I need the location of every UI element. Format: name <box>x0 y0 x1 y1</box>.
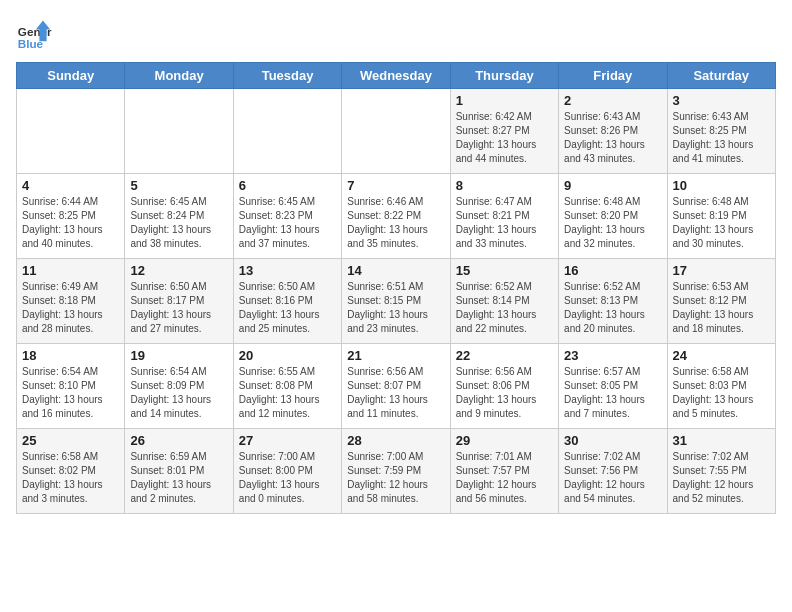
day-info: Sunrise: 6:43 AM Sunset: 8:25 PM Dayligh… <box>673 110 770 166</box>
day-number: 11 <box>22 263 119 278</box>
calendar-cell: 1Sunrise: 6:42 AM Sunset: 8:27 PM Daylig… <box>450 89 558 174</box>
week-row-1: 4Sunrise: 6:44 AM Sunset: 8:25 PM Daylig… <box>17 174 776 259</box>
calendar-cell: 7Sunrise: 6:46 AM Sunset: 8:22 PM Daylig… <box>342 174 450 259</box>
day-info: Sunrise: 6:52 AM Sunset: 8:13 PM Dayligh… <box>564 280 661 336</box>
weekday-row: SundayMondayTuesdayWednesdayThursdayFrid… <box>17 63 776 89</box>
day-number: 17 <box>673 263 770 278</box>
day-info: Sunrise: 6:45 AM Sunset: 8:24 PM Dayligh… <box>130 195 227 251</box>
weekday-header-monday: Monday <box>125 63 233 89</box>
calendar-cell: 24Sunrise: 6:58 AM Sunset: 8:03 PM Dayli… <box>667 344 775 429</box>
week-row-2: 11Sunrise: 6:49 AM Sunset: 8:18 PM Dayli… <box>17 259 776 344</box>
day-number: 28 <box>347 433 444 448</box>
day-number: 30 <box>564 433 661 448</box>
calendar-cell: 29Sunrise: 7:01 AM Sunset: 7:57 PM Dayli… <box>450 429 558 514</box>
day-info: Sunrise: 7:02 AM Sunset: 7:55 PM Dayligh… <box>673 450 770 506</box>
calendar-table: SundayMondayTuesdayWednesdayThursdayFrid… <box>16 62 776 514</box>
calendar-cell: 31Sunrise: 7:02 AM Sunset: 7:55 PM Dayli… <box>667 429 775 514</box>
calendar-cell: 18Sunrise: 6:54 AM Sunset: 8:10 PM Dayli… <box>17 344 125 429</box>
calendar-cell: 19Sunrise: 6:54 AM Sunset: 8:09 PM Dayli… <box>125 344 233 429</box>
day-number: 9 <box>564 178 661 193</box>
day-info: Sunrise: 6:57 AM Sunset: 8:05 PM Dayligh… <box>564 365 661 421</box>
calendar-cell: 23Sunrise: 6:57 AM Sunset: 8:05 PM Dayli… <box>559 344 667 429</box>
day-info: Sunrise: 6:53 AM Sunset: 8:12 PM Dayligh… <box>673 280 770 336</box>
day-number: 12 <box>130 263 227 278</box>
calendar-cell <box>342 89 450 174</box>
calendar-cell <box>233 89 341 174</box>
day-number: 26 <box>130 433 227 448</box>
calendar-cell: 28Sunrise: 7:00 AM Sunset: 7:59 PM Dayli… <box>342 429 450 514</box>
day-number: 4 <box>22 178 119 193</box>
calendar-cell: 17Sunrise: 6:53 AM Sunset: 8:12 PM Dayli… <box>667 259 775 344</box>
day-number: 16 <box>564 263 661 278</box>
calendar-cell: 12Sunrise: 6:50 AM Sunset: 8:17 PM Dayli… <box>125 259 233 344</box>
day-number: 1 <box>456 93 553 108</box>
calendar-cell: 26Sunrise: 6:59 AM Sunset: 8:01 PM Dayli… <box>125 429 233 514</box>
day-info: Sunrise: 6:42 AM Sunset: 8:27 PM Dayligh… <box>456 110 553 166</box>
day-number: 24 <box>673 348 770 363</box>
calendar-cell: 6Sunrise: 6:45 AM Sunset: 8:23 PM Daylig… <box>233 174 341 259</box>
calendar-cell: 14Sunrise: 6:51 AM Sunset: 8:15 PM Dayli… <box>342 259 450 344</box>
day-info: Sunrise: 6:46 AM Sunset: 8:22 PM Dayligh… <box>347 195 444 251</box>
day-number: 23 <box>564 348 661 363</box>
calendar-cell: 13Sunrise: 6:50 AM Sunset: 8:16 PM Dayli… <box>233 259 341 344</box>
calendar-cell: 10Sunrise: 6:48 AM Sunset: 8:19 PM Dayli… <box>667 174 775 259</box>
calendar-body: 1Sunrise: 6:42 AM Sunset: 8:27 PM Daylig… <box>17 89 776 514</box>
calendar-cell: 22Sunrise: 6:56 AM Sunset: 8:06 PM Dayli… <box>450 344 558 429</box>
calendar-cell: 3Sunrise: 6:43 AM Sunset: 8:25 PM Daylig… <box>667 89 775 174</box>
day-info: Sunrise: 7:02 AM Sunset: 7:56 PM Dayligh… <box>564 450 661 506</box>
calendar-header: SundayMondayTuesdayWednesdayThursdayFrid… <box>17 63 776 89</box>
day-info: Sunrise: 6:48 AM Sunset: 8:19 PM Dayligh… <box>673 195 770 251</box>
calendar-cell: 5Sunrise: 6:45 AM Sunset: 8:24 PM Daylig… <box>125 174 233 259</box>
weekday-header-saturday: Saturday <box>667 63 775 89</box>
day-info: Sunrise: 7:00 AM Sunset: 7:59 PM Dayligh… <box>347 450 444 506</box>
logo: General Blue <box>16 16 56 52</box>
calendar-cell: 11Sunrise: 6:49 AM Sunset: 8:18 PM Dayli… <box>17 259 125 344</box>
weekday-header-tuesday: Tuesday <box>233 63 341 89</box>
weekday-header-thursday: Thursday <box>450 63 558 89</box>
weekday-header-wednesday: Wednesday <box>342 63 450 89</box>
day-info: Sunrise: 6:54 AM Sunset: 8:09 PM Dayligh… <box>130 365 227 421</box>
day-info: Sunrise: 6:59 AM Sunset: 8:01 PM Dayligh… <box>130 450 227 506</box>
weekday-header-friday: Friday <box>559 63 667 89</box>
calendar-cell: 20Sunrise: 6:55 AM Sunset: 8:08 PM Dayli… <box>233 344 341 429</box>
calendar-cell <box>125 89 233 174</box>
day-number: 19 <box>130 348 227 363</box>
day-info: Sunrise: 6:56 AM Sunset: 8:06 PM Dayligh… <box>456 365 553 421</box>
day-number: 3 <box>673 93 770 108</box>
day-info: Sunrise: 6:47 AM Sunset: 8:21 PM Dayligh… <box>456 195 553 251</box>
calendar-cell: 30Sunrise: 7:02 AM Sunset: 7:56 PM Dayli… <box>559 429 667 514</box>
day-info: Sunrise: 6:58 AM Sunset: 8:02 PM Dayligh… <box>22 450 119 506</box>
day-number: 18 <box>22 348 119 363</box>
day-number: 7 <box>347 178 444 193</box>
calendar-cell <box>17 89 125 174</box>
day-number: 13 <box>239 263 336 278</box>
calendar-cell: 16Sunrise: 6:52 AM Sunset: 8:13 PM Dayli… <box>559 259 667 344</box>
day-info: Sunrise: 6:52 AM Sunset: 8:14 PM Dayligh… <box>456 280 553 336</box>
day-number: 5 <box>130 178 227 193</box>
day-number: 29 <box>456 433 553 448</box>
day-number: 8 <box>456 178 553 193</box>
week-row-4: 25Sunrise: 6:58 AM Sunset: 8:02 PM Dayli… <box>17 429 776 514</box>
logo-icon: General Blue <box>16 16 52 52</box>
day-number: 20 <box>239 348 336 363</box>
calendar-cell: 21Sunrise: 6:56 AM Sunset: 8:07 PM Dayli… <box>342 344 450 429</box>
calendar-cell: 9Sunrise: 6:48 AM Sunset: 8:20 PM Daylig… <box>559 174 667 259</box>
calendar-cell: 15Sunrise: 6:52 AM Sunset: 8:14 PM Dayli… <box>450 259 558 344</box>
day-info: Sunrise: 6:43 AM Sunset: 8:26 PM Dayligh… <box>564 110 661 166</box>
calendar-cell: 8Sunrise: 6:47 AM Sunset: 8:21 PM Daylig… <box>450 174 558 259</box>
day-info: Sunrise: 6:51 AM Sunset: 8:15 PM Dayligh… <box>347 280 444 336</box>
day-info: Sunrise: 6:55 AM Sunset: 8:08 PM Dayligh… <box>239 365 336 421</box>
day-number: 27 <box>239 433 336 448</box>
day-info: Sunrise: 7:00 AM Sunset: 8:00 PM Dayligh… <box>239 450 336 506</box>
day-info: Sunrise: 6:50 AM Sunset: 8:16 PM Dayligh… <box>239 280 336 336</box>
day-info: Sunrise: 6:50 AM Sunset: 8:17 PM Dayligh… <box>130 280 227 336</box>
day-number: 2 <box>564 93 661 108</box>
day-number: 10 <box>673 178 770 193</box>
day-number: 25 <box>22 433 119 448</box>
week-row-0: 1Sunrise: 6:42 AM Sunset: 8:27 PM Daylig… <box>17 89 776 174</box>
page-header: General Blue <box>16 16 776 52</box>
day-info: Sunrise: 6:48 AM Sunset: 8:20 PM Dayligh… <box>564 195 661 251</box>
day-info: Sunrise: 7:01 AM Sunset: 7:57 PM Dayligh… <box>456 450 553 506</box>
day-info: Sunrise: 6:45 AM Sunset: 8:23 PM Dayligh… <box>239 195 336 251</box>
day-number: 21 <box>347 348 444 363</box>
